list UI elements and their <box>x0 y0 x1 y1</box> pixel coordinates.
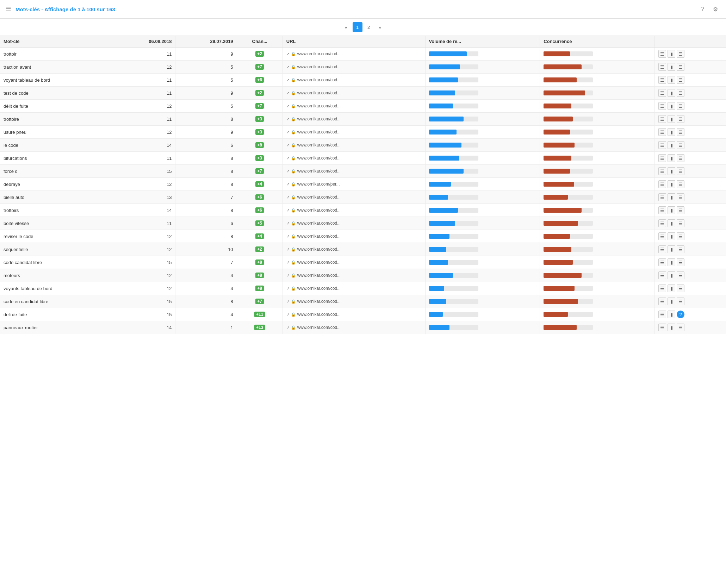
menu-button[interactable]: ☰ <box>677 258 684 266</box>
list-detail-button[interactable]: ☰ <box>658 258 666 266</box>
url-cell[interactable]: ↗🔒www.ornikar.com/cod... <box>283 139 425 152</box>
menu-button[interactable]: ☰ <box>677 115 684 123</box>
chart-button[interactable]: ▮ <box>668 115 675 123</box>
url-cell[interactable]: ↗🔒www.ornikar.com/cod... <box>283 321 425 334</box>
menu-button[interactable]: ? <box>677 311 684 318</box>
chart-button[interactable]: ▮ <box>668 50 675 58</box>
url-cell[interactable]: ↗🔒www.ornikar.com/cod... <box>283 204 425 217</box>
url-cell[interactable]: ↗🔒www.ornikar.com/cod... <box>283 256 425 269</box>
next-page-button[interactable]: » <box>375 22 385 32</box>
chart-button[interactable]: ▮ <box>668 298 675 305</box>
list-detail-button[interactable]: ☰ <box>658 232 666 240</box>
url-cell[interactable]: ↗🔒www.ornikar.com/cod... <box>283 308 425 321</box>
url-cell[interactable]: ↗🔒www.ornikar.com/cod... <box>283 243 425 256</box>
list-detail-button[interactable]: ☰ <box>658 154 666 162</box>
chart-button[interactable]: ▮ <box>668 167 675 175</box>
keyword-cell: moteurs <box>0 269 114 282</box>
chart-button[interactable]: ▮ <box>668 219 675 227</box>
menu-button[interactable]: ☰ <box>677 167 684 175</box>
menu-button[interactable]: ☰ <box>677 232 684 240</box>
chart-button[interactable]: ▮ <box>668 180 675 188</box>
list-detail-button[interactable]: ☰ <box>658 311 666 318</box>
list-detail-button[interactable]: ☰ <box>658 115 666 123</box>
menu-button[interactable]: ☰ <box>677 206 684 214</box>
chart-button[interactable]: ▮ <box>668 102 675 110</box>
url-cell[interactable]: ↗🔒www.ornikar.com/cod... <box>283 100 425 113</box>
chart-button[interactable]: ▮ <box>668 245 675 253</box>
list-detail-button[interactable]: ☰ <box>658 271 666 279</box>
list-detail-button[interactable]: ☰ <box>658 324 666 331</box>
chart-button[interactable]: ▮ <box>668 89 675 97</box>
url-cell[interactable]: ↗🔒www.ornikar.com/cod... <box>283 74 425 87</box>
list-detail-button[interactable]: ☰ <box>658 284 666 292</box>
list-detail-button[interactable]: ☰ <box>658 141 666 149</box>
menu-button[interactable]: ☰ <box>677 63 684 71</box>
list-detail-button[interactable]: ☰ <box>658 298 666 305</box>
menu-button[interactable]: ☰ <box>677 284 684 292</box>
change-badge: +8 <box>255 286 264 291</box>
menu-button[interactable]: ☰ <box>677 141 684 149</box>
list-detail-button[interactable]: ☰ <box>658 180 666 188</box>
menu-button[interactable]: ☰ <box>677 50 684 58</box>
url-cell[interactable]: ↗🔒www.ornikar.com/cod... <box>283 191 425 204</box>
list-detail-button[interactable]: ☰ <box>658 245 666 253</box>
prev-page-button[interactable]: « <box>341 22 351 32</box>
url-cell[interactable]: ↗🔒www.ornikar.com/cod... <box>283 282 425 295</box>
url-cell[interactable]: ↗🔒www.ornikar.com/cod... <box>283 269 425 282</box>
chart-button[interactable]: ▮ <box>668 311 675 318</box>
chart-button[interactable]: ▮ <box>668 76 675 84</box>
actions-cell: ☰▮☰ <box>655 74 726 87</box>
chart-button[interactable]: ▮ <box>668 206 675 214</box>
menu-button[interactable]: ☰ <box>677 128 684 136</box>
chart-button[interactable]: ▮ <box>668 232 675 240</box>
chart-button[interactable]: ▮ <box>668 154 675 162</box>
page-1-button[interactable]: 1 <box>353 22 362 32</box>
list-detail-button[interactable]: ☰ <box>658 219 666 227</box>
url-cell[interactable]: ↗🔒www.ornikar.com/cod... <box>283 230 425 243</box>
url-cell[interactable]: ↗🔒www.ornikar.com/per... <box>283 178 425 191</box>
list-detail-button[interactable]: ☰ <box>658 193 666 201</box>
url-cell[interactable]: ↗🔒www.ornikar.com/cod... <box>283 47 425 61</box>
list-detail-button[interactable]: ☰ <box>658 89 666 97</box>
url-cell[interactable]: ↗🔒www.ornikar.com/cod... <box>283 217 425 230</box>
chart-button[interactable]: ▮ <box>668 258 675 266</box>
chart-button[interactable]: ▮ <box>668 271 675 279</box>
menu-button[interactable]: ☰ <box>677 89 684 97</box>
url-cell[interactable]: ↗🔒www.ornikar.com/cod... <box>283 61 425 74</box>
url-cell[interactable]: ↗🔒www.ornikar.com/cod... <box>283 126 425 139</box>
menu-button[interactable]: ☰ <box>677 271 684 279</box>
menu-button[interactable]: ☰ <box>677 193 684 201</box>
settings-button[interactable]: ⚙ <box>711 4 720 14</box>
chart-button[interactable]: ▮ <box>668 63 675 71</box>
chart-button[interactable]: ▮ <box>668 284 675 292</box>
page-2-button[interactable]: 2 <box>364 22 374 32</box>
chart-button[interactable]: ▮ <box>668 128 675 136</box>
list-detail-button[interactable]: ☰ <box>658 76 666 84</box>
list-detail-button[interactable]: ☰ <box>658 206 666 214</box>
menu-icon[interactable]: ☰ <box>6 5 11 13</box>
menu-button[interactable]: ☰ <box>677 154 684 162</box>
list-detail-button[interactable]: ☰ <box>658 50 666 58</box>
url-cell[interactable]: ↗🔒www.ornikar.com/cod... <box>283 113 425 126</box>
help-button[interactable]: ? <box>698 4 708 14</box>
competition-bar <box>544 273 593 278</box>
menu-button[interactable]: ☰ <box>677 298 684 305</box>
url-cell[interactable]: ↗🔒www.ornikar.com/cod... <box>283 152 425 165</box>
list-detail-button[interactable]: ☰ <box>658 102 666 110</box>
chart-button[interactable]: ▮ <box>668 141 675 149</box>
url-cell[interactable]: ↗🔒www.ornikar.com/cod... <box>283 87 425 100</box>
list-detail-button[interactable]: ☰ <box>658 63 666 71</box>
menu-button[interactable]: ☰ <box>677 180 684 188</box>
menu-button[interactable]: ☰ <box>677 219 684 227</box>
menu-button[interactable]: ☰ <box>677 102 684 110</box>
url-cell[interactable]: ↗🔒www.ornikar.com/cod... <box>283 165 425 178</box>
chart-button[interactable]: ▮ <box>668 193 675 201</box>
menu-button[interactable]: ☰ <box>677 76 684 84</box>
list-detail-button[interactable]: ☰ <box>658 128 666 136</box>
menu-button[interactable]: ☰ <box>677 324 684 331</box>
url-cell[interactable]: ↗🔒www.ornikar.com/cod... <box>283 295 425 308</box>
menu-button[interactable]: ☰ <box>677 245 684 253</box>
list-detail-button[interactable]: ☰ <box>658 167 666 175</box>
external-link-icon: ↗ <box>286 312 290 317</box>
chart-button[interactable]: ▮ <box>668 324 675 331</box>
